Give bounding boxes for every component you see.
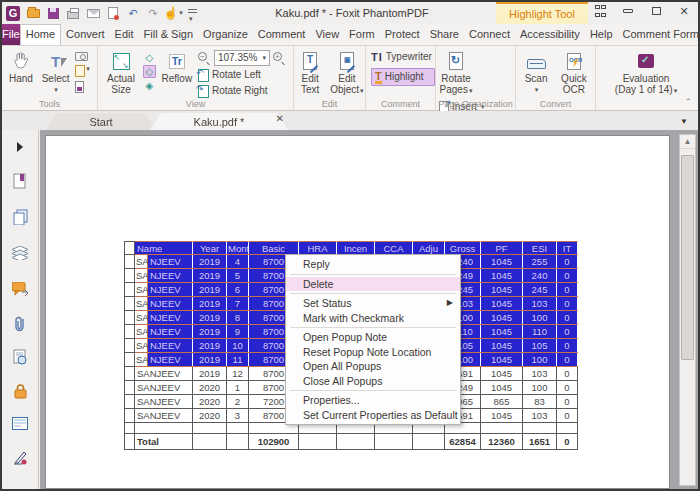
close-icon[interactable]: ✕ (676, 4, 692, 18)
attachments-icon[interactable] (11, 315, 29, 333)
security-icon[interactable] (11, 382, 29, 400)
menu-item-form[interactable]: Form (344, 24, 380, 45)
scan-label: Scan (525, 73, 548, 84)
fit-page-icon[interactable]: ◇ (143, 65, 156, 78)
zoom-in-icon[interactable]: + (273, 52, 286, 65)
scroll-up-icon[interactable]: ▲ (680, 135, 695, 149)
foxit-logo-icon[interactable]: G (6, 6, 20, 20)
menu-item-share[interactable]: Share (425, 24, 464, 45)
save-icon[interactable] (46, 6, 60, 20)
collapse-ribbon-icon[interactable]: ⌃ (684, 97, 692, 107)
menu-item-comment-format[interactable]: Comment Format (618, 24, 700, 45)
table-cell: 255 (523, 255, 557, 269)
digital-signatures-icon[interactable] (11, 348, 29, 366)
reflow-button[interactable]: Tr Reflow (159, 48, 196, 86)
table-cell: 0 (557, 255, 578, 269)
table-cell: Incen (337, 242, 375, 255)
tab-close-icon[interactable]: ✕ (276, 113, 284, 124)
page-icon[interactable] (75, 81, 84, 93)
table-cell: PF (481, 242, 523, 255)
context-menu-item-open-all-popups[interactable]: Open All Popups (286, 359, 460, 374)
table-cell: 1 (227, 381, 249, 395)
menu-item-comment[interactable]: Comment (253, 24, 311, 45)
actual-size-button[interactable]: Actual Size (102, 48, 140, 97)
customize-toolbar-icon[interactable] (186, 6, 200, 20)
ribbon-group-edit: T Edit Text ▣ Edit Object▾ Edit (294, 46, 366, 110)
context-menu-item-reply[interactable]: Reply (286, 257, 460, 272)
table-cell: 0 (557, 283, 578, 297)
menu-item-home[interactable]: Home (20, 24, 61, 45)
minimize-icon[interactable] (620, 4, 636, 18)
form-fields-icon[interactable] (11, 414, 29, 432)
menu-item-protect[interactable]: Protect (380, 24, 425, 45)
menu-item-connect[interactable]: Connect (464, 24, 515, 45)
undo-icon[interactable]: ↶ (126, 6, 140, 20)
context-tab-highlight-tool[interactable]: Highlight Tool (496, 2, 588, 24)
context-menu-item-set-status[interactable]: Set Status▶ (286, 296, 460, 311)
email-icon[interactable] (86, 6, 100, 20)
context-menu-item-open-popup-note[interactable]: Open Popup Note (286, 330, 460, 345)
select-button[interactable]: T Select ▾ (39, 48, 73, 97)
fit-visible-icon[interactable]: ◈ (143, 79, 156, 92)
zoom-out-icon[interactable]: − (198, 52, 211, 65)
redo-icon[interactable]: ↷ (146, 6, 160, 20)
comments-icon[interactable] (11, 280, 29, 298)
context-menu-item-mark-with-checkmark[interactable]: Mark with Checkmark (286, 311, 460, 326)
tab-start[interactable]: Start (46, 113, 156, 130)
fit-width-icon[interactable]: ◇ (143, 51, 156, 64)
layers-icon[interactable] (11, 244, 29, 262)
scrollbar-thumb[interactable] (681, 155, 694, 360)
quick-ocr-button[interactable]: OCR Quick OCR (556, 48, 592, 97)
rotate-pages-dropdown-icon: ▾ (469, 87, 473, 94)
ribbon: Hand T Select ▾ ▾ Tools Actual Size ◇ ◇ (2, 46, 698, 111)
highlight-button[interactable]: THighlight (371, 68, 435, 86)
edit-text-button[interactable]: T Edit Text (294, 48, 326, 97)
scan-button[interactable]: Scan ▾ (519, 48, 553, 97)
edit-object-button[interactable]: ▣ Edit Object▾ (329, 48, 365, 98)
sign-icon[interactable] (11, 448, 29, 466)
context-menu-item-reset-popup-note-location[interactable]: Reset Popup Note Location (286, 345, 460, 360)
page-thumbnails-icon[interactable] (11, 208, 29, 226)
table-cell: 1045 (481, 311, 523, 325)
create-pdf-icon[interactable] (106, 6, 120, 20)
rotate-right-button[interactable]: ↷Rotate Right (198, 84, 286, 98)
hand-button[interactable]: Hand (6, 48, 36, 86)
context-menu-item-properties[interactable]: Properties... (286, 393, 460, 408)
table-cell: 865 (481, 395, 523, 409)
table-row[interactable]: NameYearMontBasicHRAIncenCCAAdjuGrossPFE… (125, 242, 578, 255)
print-icon[interactable] (66, 6, 80, 20)
expand-panel-icon[interactable] (11, 138, 29, 156)
hand-stamp-icon[interactable]: ☝▾ (166, 6, 180, 20)
snapshot-icon[interactable] (75, 52, 88, 61)
context-menu-item-set-current-properties-as-default[interactable]: Set Current Properties as Default (286, 408, 460, 423)
tab-document[interactable]: Kaku.pdf * (150, 113, 288, 130)
select-icon: T (51, 50, 60, 72)
menu-item-edit[interactable]: Edit (110, 24, 139, 45)
table-cell: 2020 (193, 395, 227, 409)
typewriter-button[interactable]: TITypewriter (371, 50, 435, 64)
context-menu-item-delete[interactable]: Delete (286, 277, 460, 292)
table-cell (125, 242, 135, 255)
menu-item-view[interactable]: View (310, 24, 344, 45)
zoom-level-select[interactable]: 107.35%▾ (214, 50, 270, 66)
rotate-left-icon: ↶ (198, 69, 209, 82)
menu-item-convert[interactable]: Convert (61, 24, 110, 45)
tab-overflow-icon[interactable]: ▼ (680, 117, 688, 126)
clipboard-icon[interactable] (75, 65, 85, 77)
menu-item-organize[interactable]: Organize (198, 24, 253, 45)
maximize-icon[interactable] (648, 4, 664, 18)
layout-switch-icon[interactable] (592, 4, 608, 18)
menu-item-help[interactable]: Help (585, 24, 618, 45)
bookmarks-icon[interactable] (11, 172, 29, 190)
menu-item-accessibility[interactable]: Accessibility (515, 24, 585, 45)
rotate-left-button[interactable]: ↶Rotate Left (198, 68, 286, 82)
evaluation-button[interactable]: Evaluation (Day 1 of 14)▾ (601, 48, 691, 98)
open-folder-icon[interactable] (26, 6, 40, 20)
context-menu-item-close-all-popups[interactable]: Close All Popups (286, 374, 460, 389)
menu-item-fill-sign[interactable]: Fill & Sign (139, 24, 199, 45)
table-cell: 2019 (193, 297, 227, 311)
table-cell (193, 423, 227, 434)
rotate-pages-button[interactable]: ↻ Rotate Pages▾ (439, 48, 473, 98)
file-menu-button[interactable]: File (2, 24, 20, 45)
vertical-scrollbar[interactable]: ▲ (679, 134, 696, 486)
